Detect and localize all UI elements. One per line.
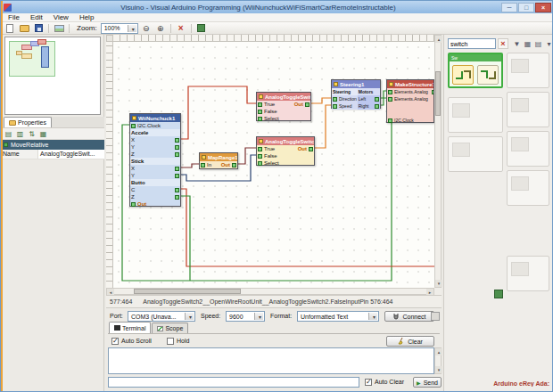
pin-left[interactable] — [375, 97, 379, 102]
block-analogtoggleswitch2[interactable]: AnalogToggleSwitch2 TrueOut False Select — [256, 136, 315, 166]
toolbox-group-disabled[interactable] — [507, 256, 549, 291]
pin-false[interactable] — [258, 154, 262, 159]
pin-false[interactable] — [258, 110, 262, 114]
property-value-cell[interactable]: AnalogToggleSwit... — [38, 150, 104, 159]
send-text-input[interactable] — [108, 377, 359, 388]
toolbox-grid-view-icon[interactable]: ▦ — [523, 38, 532, 49]
wire[interactable] — [181, 86, 256, 139]
delete-button[interactable]: × — [175, 23, 187, 34]
block-steering1[interactable]: Steering1 Steering Direction Speed Motor… — [331, 79, 381, 109]
row-view-icon[interactable]: ▥ — [15, 129, 25, 139]
pin-select[interactable] — [258, 117, 262, 121]
terminal-output[interactable] — [108, 347, 434, 374]
pin-accel-y[interactable] — [175, 145, 179, 150]
properties-object-header[interactable]: MoveRelative — [1, 140, 104, 150]
table-view-icon[interactable]: ▦ — [38, 129, 48, 139]
toolbox-group-disabled[interactable] — [507, 92, 549, 127]
pin-true[interactable] — [258, 147, 262, 151]
pin-out[interactable] — [232, 163, 236, 167]
maximize-button[interactable]: □ — [518, 3, 534, 12]
speed-combobox[interactable]: 9600 — [226, 311, 265, 322]
menu-help[interactable]: Help — [74, 13, 99, 21]
menu-file[interactable]: File — [3, 13, 25, 21]
canvas-vertical-scrollbar[interactable]: ▴ ▾ — [434, 35, 442, 288]
block-maprange1[interactable]: MapRange1 InOut — [199, 152, 238, 169]
pin-out[interactable] — [305, 102, 310, 107]
pin-speed[interactable] — [333, 104, 337, 109]
hold-checkbox[interactable] — [167, 338, 174, 345]
block-analogtoggleswitch1[interactable]: AnalogToggleSwitch1 TrueOut False Select — [256, 92, 311, 121]
auto-clear-checkbox[interactable] — [365, 379, 372, 386]
send-button[interactable]: ▶ Send — [413, 377, 442, 388]
pin-true[interactable] — [258, 102, 262, 107]
toolbox-group-disabled[interactable] — [448, 136, 503, 172]
toolbox-group-disabled[interactable] — [507, 170, 549, 206]
pin-out[interactable] — [131, 202, 136, 207]
category-view-icon[interactable]: ▤ — [4, 129, 13, 139]
menu-edit[interactable]: Edit — [25, 13, 48, 21]
tab-terminal[interactable]: Terminal — [109, 322, 151, 333]
diagram-area[interactable]: WiiNunchuck1 I2C.Clock Accele X Y Z Stic… — [113, 42, 434, 288]
wire[interactable] — [315, 105, 331, 148]
sort-icon[interactable]: ⇅ — [27, 129, 37, 139]
pin-out[interactable] — [432, 90, 433, 94]
pin-i2c-clock[interactable] — [131, 124, 136, 128]
toolbox-group-disabled[interactable] — [448, 97, 503, 133]
toolbox-group-disabled[interactable] — [507, 53, 549, 88]
pin-button-z[interactable] — [175, 195, 179, 200]
block-wiinunchuck1[interactable]: WiiNunchuck1 I2C.Clock Accele X Y Z Stic… — [129, 113, 181, 207]
wire[interactable] — [181, 164, 199, 167]
toolbox-search-input[interactable] — [448, 38, 496, 49]
canvas-horizontal-scrollbar[interactable]: ◂ ▸ — [106, 288, 434, 295]
wire[interactable] — [181, 196, 190, 281]
tab-properties[interactable]: Properties — [4, 117, 52, 127]
pin-out[interactable] — [309, 147, 313, 151]
open-project-button[interactable] — [18, 23, 30, 34]
wire[interactable] — [181, 189, 434, 266]
scrollbar-thumb[interactable] — [435, 71, 441, 116]
toolbox-group-switches[interactable]: Sw — [448, 53, 503, 88]
scroll-down-icon[interactable]: ▾ — [435, 366, 442, 373]
toolbox-item-digitaltoggleswitch[interactable] — [477, 65, 499, 85]
toolbox-collapse-icon[interactable]: ▾ — [544, 38, 553, 49]
property-row-name[interactable]: Name AnalogToggleSwit... — [1, 150, 104, 159]
pin-direction[interactable] — [333, 97, 337, 102]
board-select-button[interactable] — [195, 23, 208, 34]
filter-funnel-icon[interactable]: ▼ — [512, 38, 522, 49]
pin-i2c-clock[interactable] — [388, 118, 392, 123]
block-makestructure1[interactable]: MakeStructure1 Elements.Analog Elements.… — [386, 79, 434, 123]
toolbox-list-view-icon[interactable]: ▤ — [533, 38, 543, 49]
clear-button[interactable]: Clear — [386, 336, 434, 347]
wire[interactable] — [238, 148, 256, 164]
close-button[interactable]: × — [535, 3, 551, 12]
zoom-out-button[interactable]: ⊖ — [140, 23, 153, 34]
export-image-button[interactable] — [53, 23, 65, 34]
pin-in[interactable] — [201, 163, 205, 167]
format-combobox[interactable]: Unformatted Text — [297, 311, 379, 322]
pin-element1[interactable] — [388, 90, 392, 94]
pin-accel-z[interactable] — [175, 152, 179, 157]
pin-right[interactable] — [375, 104, 379, 109]
scroll-down-icon[interactable]: ▾ — [435, 280, 442, 287]
zoom-in-button[interactable]: ⊕ — [154, 23, 167, 34]
minimize-button[interactable]: ─ — [501, 3, 517, 12]
terminal-scrollbar[interactable]: ▴ ▾ — [434, 347, 442, 374]
tab-scope[interactable]: Scope — [152, 323, 188, 333]
zoom-combobox[interactable]: 100% — [101, 23, 138, 34]
scroll-up-icon[interactable]: ▴ — [435, 348, 442, 355]
overview-minimap[interactable] — [4, 37, 101, 115]
toolbox-group-disabled[interactable] — [507, 131, 549, 167]
scrollbar-thumb[interactable] — [134, 289, 241, 294]
pin-button-c[interactable] — [175, 188, 179, 192]
menu-view[interactable]: View — [48, 13, 74, 21]
scroll-up-icon[interactable]: ▴ — [435, 36, 442, 43]
pin-stick-x[interactable] — [175, 167, 179, 171]
pin-select[interactable] — [258, 161, 262, 166]
panel-settings-icon[interactable] — [431, 312, 440, 321]
new-project-button[interactable] — [4, 23, 16, 34]
pin-accel-x[interactable] — [175, 138, 179, 143]
clear-search-icon[interactable]: × — [498, 38, 508, 49]
save-project-button[interactable] — [32, 23, 45, 34]
port-combobox[interactable]: COM3 (Unava... — [128, 311, 195, 322]
toolbox-item-analogtoggleswitch[interactable] — [452, 65, 474, 85]
